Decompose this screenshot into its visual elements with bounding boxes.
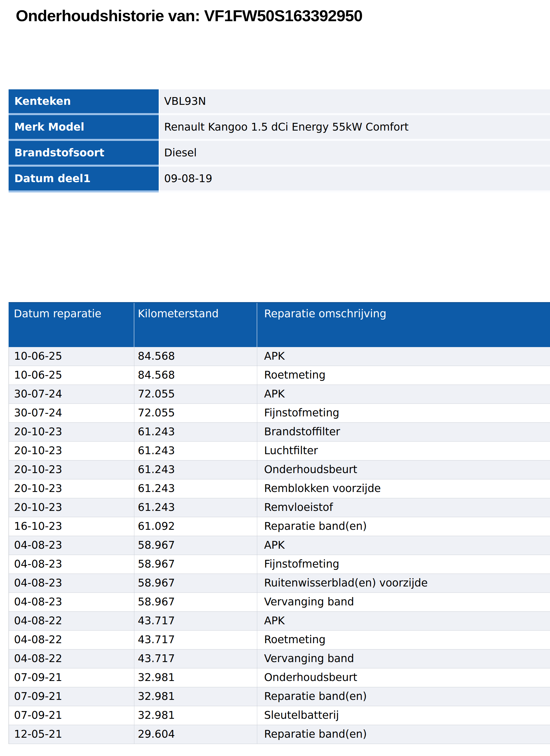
date-cell: 07-09-21 — [9, 668, 134, 687]
description-cell: Vervanging band — [257, 593, 550, 611]
kilometers-cell: 58.967 — [134, 536, 257, 555]
description-cell: Brandstoffilter — [257, 423, 550, 441]
description-cell: Reparatie band(en) — [257, 687, 550, 706]
date-cell: 04-08-22 — [9, 612, 134, 630]
kilometers-cell: 58.967 — [134, 555, 257, 574]
table-row: 04-08-23 58.967 APK — [9, 536, 550, 555]
description-cell: Vervanging band — [257, 649, 550, 668]
description-cell: Fijnstofmeting — [257, 555, 550, 574]
kilometers-cell: 72.055 — [134, 404, 257, 422]
table-row: 04-08-23 58.967 Ruitenwisserblad(en) voo… — [9, 574, 550, 593]
info-label: Merk Model — [9, 115, 159, 141]
description-cell: APK — [257, 385, 550, 403]
kilometers-cell: 61.092 — [134, 517, 257, 536]
info-label: Datum deel1 — [9, 167, 159, 192]
maintenance-history-table: Datum reparatie Kilometerstand Reparatie… — [9, 302, 550, 744]
description-cell: APK — [257, 612, 550, 630]
table-row: Datum deel1 09-08-19 — [9, 167, 550, 192]
table-row: 20-10-23 61.243 Onderhoudsbeurt — [9, 460, 550, 479]
kilometers-cell: 61.243 — [134, 479, 257, 498]
description-cell: APK — [257, 536, 550, 555]
date-cell: 04-08-23 — [9, 555, 134, 574]
table-row: 12-05-21 29.604 Reparatie band(en) — [9, 725, 550, 744]
date-cell: 20-10-23 — [9, 442, 134, 460]
vehicle-info-table: Kenteken VBL93N Merk Model Renault Kango… — [9, 89, 550, 192]
table-row: 30-07-24 72.055 Fijnstofmeting — [9, 404, 550, 423]
kilometers-cell: 32.981 — [134, 668, 257, 687]
kilometers-cell: 32.981 — [134, 687, 257, 706]
description-cell: Roetmeting — [257, 366, 550, 385]
table-row: 07-09-21 32.981 Reparatie band(en) — [9, 687, 550, 706]
date-cell: 07-09-21 — [9, 687, 134, 706]
kilometers-cell: 61.243 — [134, 460, 257, 479]
description-cell: Remvloeistof — [257, 498, 550, 517]
table-row: 07-09-21 32.981 Sleutelbatterij — [9, 706, 550, 725]
description-cell: Reparatie band(en) — [257, 517, 550, 536]
info-value: VBL93N — [159, 89, 550, 115]
date-cell: 10-06-25 — [9, 347, 134, 366]
report-page: Onderhoudshistorie van: VF1FW50S16339295… — [0, 0, 550, 756]
description-cell: APK — [257, 347, 550, 366]
info-value: 09-08-19 — [159, 167, 550, 192]
info-label: Brandstofsoort — [9, 141, 159, 167]
table-row: 30-07-24 72.055 APK — [9, 385, 550, 404]
kilometers-cell: 84.568 — [134, 366, 257, 385]
description-cell: Onderhoudsbeurt — [257, 460, 550, 479]
kilometers-cell: 43.717 — [134, 649, 257, 668]
table-row: 04-08-22 43.717 Roetmeting — [9, 631, 550, 649]
date-cell: 12-05-21 — [9, 725, 134, 744]
date-cell: 30-07-24 — [9, 385, 134, 403]
table-row: 10-06-25 84.568 APK — [9, 347, 550, 366]
table-row: 16-10-23 61.092 Reparatie band(en) — [9, 517, 550, 536]
kilometers-cell: 58.967 — [134, 574, 257, 592]
date-cell: 04-08-23 — [9, 536, 134, 555]
date-cell: 16-10-23 — [9, 517, 134, 536]
table-row: 07-09-21 32.981 Onderhoudsbeurt — [9, 668, 550, 687]
kilometers-cell: 43.717 — [134, 631, 257, 649]
date-cell: 10-06-25 — [9, 366, 134, 385]
table-row: 20-10-23 61.243 Brandstoffilter — [9, 423, 550, 442]
description-cell: Reparatie band(en) — [257, 725, 550, 744]
description-cell: Sleutelbatterij — [257, 706, 550, 725]
table-row: 04-08-22 43.717 APK — [9, 612, 550, 631]
table-row: 20-10-23 61.243 Luchtfilter — [9, 442, 550, 460]
info-value: Renault Kangoo 1.5 dCi Energy 55kW Comfo… — [159, 115, 550, 141]
date-cell: 20-10-23 — [9, 479, 134, 498]
description-cell: Ruitenwisserblad(en) voorzijde — [257, 574, 550, 592]
table-row: Kenteken VBL93N — [9, 89, 550, 115]
kilometers-cell: 29.604 — [134, 725, 257, 744]
table-row: 20-10-23 61.243 Remvloeistof — [9, 498, 550, 517]
date-cell: 20-10-23 — [9, 498, 134, 517]
column-header-description: Reparatie omschrijving — [257, 303, 550, 347]
date-cell: 20-10-23 — [9, 460, 134, 479]
date-cell: 30-07-24 — [9, 404, 134, 422]
date-cell: 07-09-21 — [9, 706, 134, 725]
history-table-body: 10-06-25 84.568 APK 10-06-25 84.568 Roet… — [9, 347, 550, 744]
table-row: 04-08-22 43.717 Vervanging band — [9, 649, 550, 668]
table-row: 10-06-25 84.568 Roetmeting — [9, 366, 550, 385]
table-row: 20-10-23 61.243 Remblokken voorzijde — [9, 479, 550, 498]
column-header-kilometers: Kilometerstand — [134, 303, 257, 347]
table-row: 04-08-23 58.967 Fijnstofmeting — [9, 555, 550, 574]
date-cell: 04-08-23 — [9, 593, 134, 611]
kilometers-cell: 61.243 — [134, 498, 257, 517]
kilometers-cell: 61.243 — [134, 442, 257, 460]
date-cell: 20-10-23 — [9, 423, 134, 441]
table-row: Merk Model Renault Kangoo 1.5 dCi Energy… — [9, 115, 550, 141]
kilometers-cell: 43.717 — [134, 612, 257, 630]
description-cell: Fijnstofmeting — [257, 404, 550, 422]
date-cell: 04-08-23 — [9, 574, 134, 592]
info-value: Diesel — [159, 141, 550, 167]
kilometers-cell: 61.243 — [134, 423, 257, 441]
date-cell: 04-08-22 — [9, 631, 134, 649]
description-cell: Luchtfilter — [257, 442, 550, 460]
table-row: 04-08-23 58.967 Vervanging band — [9, 593, 550, 612]
column-header-date: Datum reparatie — [9, 303, 134, 347]
kilometers-cell: 58.967 — [134, 593, 257, 611]
description-cell: Onderhoudsbeurt — [257, 668, 550, 687]
table-row: Brandstofsoort Diesel — [9, 141, 550, 167]
description-cell: Roetmeting — [257, 631, 550, 649]
kilometers-cell: 32.981 — [134, 706, 257, 725]
date-cell: 04-08-22 — [9, 649, 134, 668]
page-title: Onderhoudshistorie van: VF1FW50S16339295… — [16, 6, 362, 25]
